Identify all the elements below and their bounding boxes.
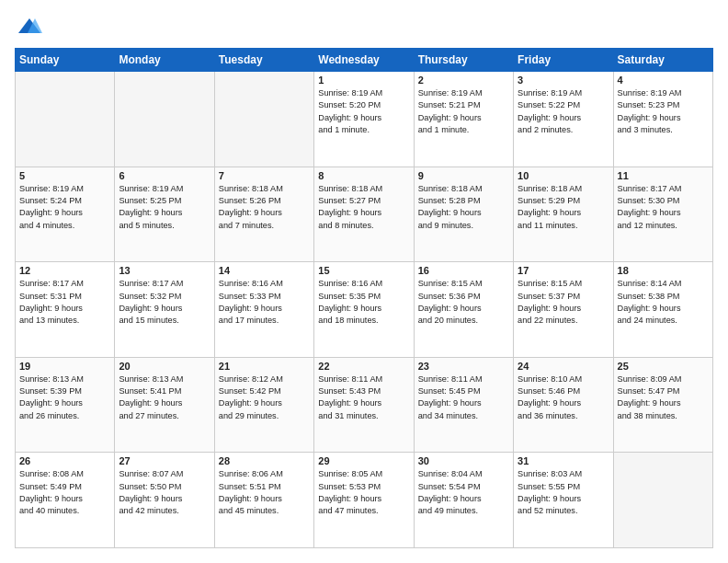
calendar-week: 12Sunrise: 8:17 AMSunset: 5:31 PMDayligh…: [16, 262, 713, 358]
calendar-cell: 23Sunrise: 8:11 AMSunset: 5:45 PMDayligh…: [414, 357, 513, 453]
calendar-cell: 12Sunrise: 8:17 AMSunset: 5:31 PMDayligh…: [16, 262, 115, 358]
day-number: 16: [418, 265, 509, 276]
day-number: 4: [618, 75, 709, 86]
calendar-cell: 18Sunrise: 8:14 AMSunset: 5:38 PMDayligh…: [613, 262, 712, 358]
day-info: Sunrise: 8:18 AMSunset: 5:26 PMDaylight:…: [219, 183, 310, 232]
day-info: Sunrise: 8:08 AMSunset: 5:49 PMDaylight:…: [19, 468, 110, 517]
day-number: 9: [418, 170, 509, 181]
calendar-cell: 3Sunrise: 8:19 AMSunset: 5:22 PMDaylight…: [514, 72, 613, 167]
day-number: 24: [518, 361, 609, 372]
day-info: Sunrise: 8:19 AMSunset: 5:22 PMDaylight:…: [518, 87, 609, 136]
day-number: 30: [418, 455, 509, 466]
calendar-cell: 2Sunrise: 8:19 AMSunset: 5:21 PMDaylight…: [414, 72, 513, 167]
calendar-cell: 8Sunrise: 8:18 AMSunset: 5:27 PMDaylight…: [314, 167, 414, 262]
day-info: Sunrise: 8:06 AMSunset: 5:51 PMDaylight:…: [219, 468, 310, 517]
day-info: Sunrise: 8:19 AMSunset: 5:25 PMDaylight:…: [119, 183, 210, 232]
day-number: 22: [318, 361, 409, 372]
calendar-cell: 11Sunrise: 8:17 AMSunset: 5:30 PMDayligh…: [613, 167, 712, 262]
calendar-cell: [16, 72, 115, 167]
day-number: 14: [219, 265, 310, 276]
day-number: 2: [418, 75, 509, 86]
day-number: 6: [119, 170, 210, 181]
calendar-cell: 31Sunrise: 8:03 AMSunset: 5:55 PMDayligh…: [514, 453, 613, 548]
day-info: Sunrise: 8:18 AMSunset: 5:27 PMDaylight:…: [318, 183, 409, 232]
day-number: 10: [518, 170, 609, 181]
calendar-cell: 29Sunrise: 8:05 AMSunset: 5:53 PMDayligh…: [314, 453, 414, 548]
calendar-week: 5Sunrise: 8:19 AMSunset: 5:24 PMDaylight…: [16, 167, 713, 262]
day-info: Sunrise: 8:15 AMSunset: 5:36 PMDaylight:…: [418, 278, 509, 327]
day-number: 7: [219, 170, 310, 181]
weekday-header: Saturday: [613, 49, 712, 72]
calendar-cell: 7Sunrise: 8:18 AMSunset: 5:26 PMDaylight…: [214, 167, 313, 262]
calendar-cell: 21Sunrise: 8:12 AMSunset: 5:42 PMDayligh…: [214, 357, 313, 453]
day-info: Sunrise: 8:17 AMSunset: 5:30 PMDaylight:…: [618, 183, 709, 232]
day-info: Sunrise: 8:11 AMSunset: 5:43 PMDaylight:…: [318, 373, 409, 422]
day-info: Sunrise: 8:17 AMSunset: 5:31 PMDaylight:…: [19, 278, 110, 327]
calendar-cell: 20Sunrise: 8:13 AMSunset: 5:41 PMDayligh…: [115, 357, 214, 453]
day-number: 26: [19, 455, 110, 466]
calendar-cell: 27Sunrise: 8:07 AMSunset: 5:50 PMDayligh…: [115, 453, 214, 548]
calendar-cell: 14Sunrise: 8:16 AMSunset: 5:33 PMDayligh…: [214, 262, 313, 358]
day-info: Sunrise: 8:05 AMSunset: 5:53 PMDaylight:…: [318, 468, 409, 517]
day-number: 8: [318, 170, 409, 181]
calendar-cell: 5Sunrise: 8:19 AMSunset: 5:24 PMDaylight…: [16, 167, 115, 262]
day-info: Sunrise: 8:16 AMSunset: 5:35 PMDaylight:…: [318, 278, 409, 327]
calendar-cell: 19Sunrise: 8:13 AMSunset: 5:39 PMDayligh…: [16, 357, 115, 453]
day-info: Sunrise: 8:13 AMSunset: 5:41 PMDaylight:…: [119, 373, 210, 422]
calendar-cell: 15Sunrise: 8:16 AMSunset: 5:35 PMDayligh…: [314, 262, 414, 358]
day-number: 1: [318, 75, 409, 86]
day-info: Sunrise: 8:11 AMSunset: 5:45 PMDaylight:…: [418, 373, 509, 422]
weekday-header: Thursday: [414, 49, 513, 72]
calendar-cell: 25Sunrise: 8:09 AMSunset: 5:47 PMDayligh…: [613, 357, 712, 453]
calendar-cell: 9Sunrise: 8:18 AMSunset: 5:28 PMDaylight…: [414, 167, 513, 262]
calendar-cell: 30Sunrise: 8:04 AMSunset: 5:54 PMDayligh…: [414, 453, 513, 548]
day-number: 23: [418, 361, 509, 372]
day-info: Sunrise: 8:18 AMSunset: 5:28 PMDaylight:…: [418, 183, 509, 232]
day-info: Sunrise: 8:19 AMSunset: 5:21 PMDaylight:…: [418, 87, 509, 136]
day-number: 3: [518, 75, 609, 86]
day-info: Sunrise: 8:12 AMSunset: 5:42 PMDaylight:…: [219, 373, 310, 422]
day-number: 29: [318, 455, 409, 466]
day-info: Sunrise: 8:17 AMSunset: 5:32 PMDaylight:…: [119, 278, 210, 327]
calendar-cell: 1Sunrise: 8:19 AMSunset: 5:20 PMDaylight…: [314, 72, 414, 167]
day-number: 25: [618, 361, 709, 372]
logo: [15, 15, 42, 40]
day-info: Sunrise: 8:14 AMSunset: 5:38 PMDaylight:…: [618, 278, 709, 327]
calendar-cell: [613, 453, 712, 548]
header: [15, 15, 713, 40]
calendar-cell: 28Sunrise: 8:06 AMSunset: 5:51 PMDayligh…: [214, 453, 313, 548]
day-number: 21: [219, 361, 310, 372]
weekday-header: Monday: [115, 49, 214, 72]
calendar-cell: 17Sunrise: 8:15 AMSunset: 5:37 PMDayligh…: [514, 262, 613, 358]
day-number: 17: [518, 265, 609, 276]
day-info: Sunrise: 8:07 AMSunset: 5:50 PMDaylight:…: [119, 468, 210, 517]
logo-icon: [17, 15, 42, 40]
calendar-table: SundayMondayTuesdayWednesdayThursdayFrid…: [15, 48, 713, 548]
day-info: Sunrise: 8:04 AMSunset: 5:54 PMDaylight:…: [418, 468, 509, 517]
day-info: Sunrise: 8:19 AMSunset: 5:24 PMDaylight:…: [19, 183, 110, 232]
calendar-cell: [115, 72, 214, 167]
calendar-cell: 26Sunrise: 8:08 AMSunset: 5:49 PMDayligh…: [16, 453, 115, 548]
calendar-cell: 13Sunrise: 8:17 AMSunset: 5:32 PMDayligh…: [115, 262, 214, 358]
day-number: 31: [518, 455, 609, 466]
day-info: Sunrise: 8:19 AMSunset: 5:23 PMDaylight:…: [618, 87, 709, 136]
day-number: 15: [318, 265, 409, 276]
calendar-cell: 24Sunrise: 8:10 AMSunset: 5:46 PMDayligh…: [514, 357, 613, 453]
day-info: Sunrise: 8:15 AMSunset: 5:37 PMDaylight:…: [518, 278, 609, 327]
day-info: Sunrise: 8:13 AMSunset: 5:39 PMDaylight:…: [19, 373, 110, 422]
calendar-week: 1Sunrise: 8:19 AMSunset: 5:20 PMDaylight…: [16, 72, 713, 167]
day-info: Sunrise: 8:18 AMSunset: 5:29 PMDaylight:…: [518, 183, 609, 232]
day-info: Sunrise: 8:10 AMSunset: 5:46 PMDaylight:…: [518, 373, 609, 422]
weekday-header: Wednesday: [314, 49, 414, 72]
day-info: Sunrise: 8:19 AMSunset: 5:20 PMDaylight:…: [318, 87, 409, 136]
calendar-cell: 6Sunrise: 8:19 AMSunset: 5:25 PMDaylight…: [115, 167, 214, 262]
calendar-cell: 16Sunrise: 8:15 AMSunset: 5:36 PMDayligh…: [414, 262, 513, 358]
day-number: 28: [219, 455, 310, 466]
day-number: 19: [19, 361, 110, 372]
weekday-header: Friday: [514, 49, 613, 72]
calendar-week: 26Sunrise: 8:08 AMSunset: 5:49 PMDayligh…: [16, 453, 713, 548]
weekday-header: Tuesday: [214, 49, 313, 72]
day-number: 18: [618, 265, 709, 276]
day-number: 12: [19, 265, 110, 276]
day-number: 11: [618, 170, 709, 181]
